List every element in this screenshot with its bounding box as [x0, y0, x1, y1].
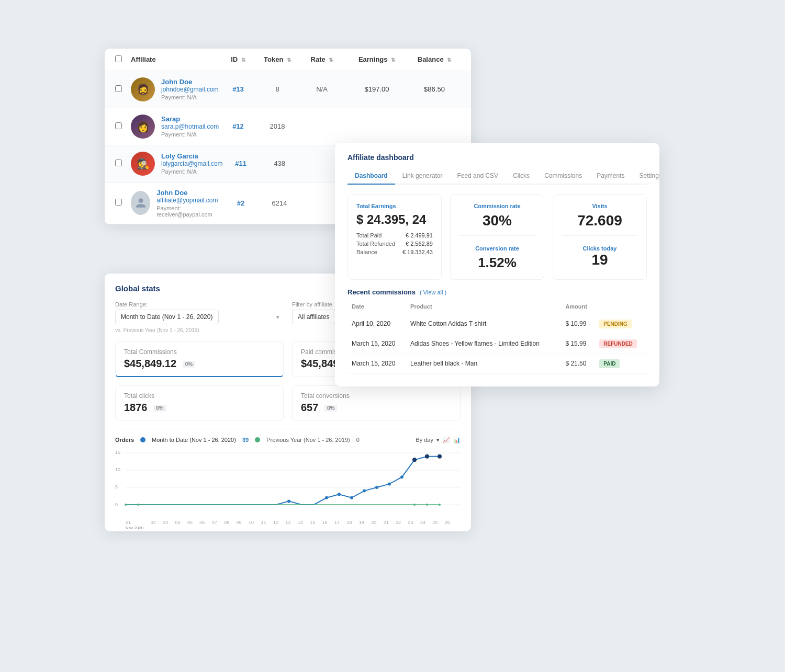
row-4-checkbox[interactable]	[115, 199, 122, 206]
chart-legend: Orders Month to Date (Nov 1 - 26, 2020) …	[115, 437, 461, 443]
count-1: 39	[242, 437, 249, 443]
x-label: 03	[163, 520, 168, 530]
x-label: 01Nov 2020	[126, 520, 143, 530]
row-1-checkbox[interactable]	[115, 85, 122, 92]
row-checkbox-2	[115, 122, 131, 131]
commission-status-2: REFUNDED	[595, 334, 647, 354]
row-3-affiliate: 🕵 Loly Garcia lolygarcia@gmail.com Payme…	[131, 152, 223, 176]
svg-point-14	[388, 482, 391, 485]
visits-title: Visits	[562, 203, 638, 209]
tab-payments[interactable]: Payments	[589, 169, 632, 185]
total-refunded-value: € 2.562,89	[406, 241, 433, 247]
svg-text:0: 0	[115, 502, 118, 507]
table-row: 👩 Sarap sara.p@hotmail.com Payment: N/A …	[105, 108, 471, 145]
svg-point-13	[375, 486, 378, 489]
th-product: Product	[406, 301, 561, 314]
th-amount: Amount	[561, 301, 595, 314]
commission-rate-card: Commission rate 30% Conversion rate 1.52…	[450, 194, 544, 280]
affiliate-email-1[interactable]: johndoe@gmail.com	[161, 86, 219, 93]
x-label: 10	[249, 520, 254, 530]
row-1-token: 8	[256, 85, 298, 93]
date-range-label: Date Range:	[115, 301, 284, 307]
svg-point-18	[438, 454, 442, 458]
affiliate-email-2[interactable]: sara.p@hotmail.com	[161, 123, 219, 130]
row-1-earnings: $197.00	[345, 85, 408, 93]
th-earnings[interactable]: Earnings ⇅	[345, 55, 408, 63]
x-label: 26	[445, 520, 450, 530]
x-label: 24	[420, 520, 425, 530]
th-id[interactable]: ID ⇅	[220, 55, 256, 63]
date-range-2-label: Previous Year (Nov 1 - 26, 2019)	[266, 437, 350, 443]
svg-point-10	[338, 493, 341, 496]
x-label: 13	[285, 520, 290, 530]
tab-commissions[interactable]: Commissions	[537, 169, 589, 185]
green-dot	[255, 437, 260, 442]
total-earnings-title: Total Earnings	[356, 203, 433, 209]
th-token[interactable]: Token ⇅	[256, 55, 298, 63]
x-label: 07	[212, 520, 217, 530]
x-label: 02	[151, 520, 156, 530]
select-all-checkbox[interactable]	[115, 55, 122, 62]
total-commissions-badge: 0%	[183, 361, 195, 368]
svg-point-16	[412, 458, 417, 462]
date-range-select[interactable]: Month to Date (Nov 1 - 26, 2020)	[115, 310, 219, 324]
th-rate[interactable]: Rate ⇅	[298, 55, 345, 63]
row-3-id: #11	[223, 160, 259, 167]
earnings-sort-icon: ⇅	[391, 57, 395, 63]
commission-row: March 15, 2020 Adidas Shoes - Yellow fla…	[347, 334, 647, 354]
token-sort-icon: ⇅	[287, 57, 291, 63]
commission-date-2: March 15, 2020	[347, 334, 406, 354]
balance-label: Balance	[356, 249, 377, 255]
x-label: 19	[359, 520, 364, 530]
dashboard-tabs: Dashboard Link generator Feed and CSV Cl…	[347, 169, 647, 185]
tab-clicks[interactable]: Clicks	[506, 169, 537, 185]
affiliate-payment-3: Payment: N/A	[161, 168, 223, 175]
affiliate-payment-2: Payment: N/A	[161, 131, 219, 138]
affiliate-email-3[interactable]: lolygarcia@gmail.com	[161, 160, 223, 167]
chart-controls: By day ▾ 📈 📊	[416, 437, 461, 443]
status-badge-refunded: REFUNDED	[599, 339, 637, 348]
affiliate-name-2[interactable]: Sarap	[161, 115, 219, 123]
visits-card: Visits 72.609 Clicks today 19	[553, 194, 647, 280]
th-affiliate[interactable]: Affiliate	[131, 55, 220, 63]
visits-value: 72.609	[562, 212, 638, 229]
x-label: 05	[187, 520, 193, 530]
kpi-balance-row: Balance € 19.332,43	[356, 249, 433, 255]
affiliate-info-2: Sarap sara.p@hotmail.com Payment: N/A	[161, 115, 219, 138]
total-clicks-label: Total clicks	[124, 392, 275, 400]
affiliate-info-1: John Doe johndoe@gmail.com Payment: N/A	[161, 78, 219, 100]
blue-dot	[140, 437, 145, 442]
x-label: 06	[199, 520, 205, 530]
tab-dashboard[interactable]: Dashboard	[347, 169, 395, 185]
affiliate-name-1[interactable]: John Doe	[161, 78, 219, 86]
bar-chart-icon[interactable]: 📊	[453, 437, 461, 443]
row-2-checkbox[interactable]	[115, 122, 122, 129]
view-all-link[interactable]: ( View all )	[420, 289, 446, 295]
total-paid-label: Total Paid	[356, 232, 382, 238]
commission-status-3: PAID	[595, 354, 647, 373]
svg-point-22	[426, 504, 428, 506]
affiliate-email-4[interactable]: affiliate@yopmail.com	[156, 197, 222, 204]
affiliate-name-3[interactable]: Loly Garcia	[161, 152, 223, 160]
tab-settings[interactable]: Settings	[632, 169, 660, 185]
total-refunded-label: Total Refunded	[356, 241, 395, 247]
th-status	[595, 301, 647, 314]
row-1-balance: $86.50	[408, 85, 461, 93]
affiliate-payment-1: Payment: N/A	[161, 94, 219, 100]
tab-link-generator[interactable]: Link generator	[395, 169, 450, 185]
tab-feed-csv[interactable]: Feed and CSV	[450, 169, 506, 185]
row-2-affiliate: 👩 Sarap sara.p@hotmail.com Payment: N/A	[131, 115, 220, 139]
affiliate-name-4[interactable]: John Doe	[156, 189, 222, 197]
line-chart-icon[interactable]: 📈	[443, 437, 450, 443]
affiliate-filter-select[interactable]: All affiliates	[292, 310, 335, 324]
commission-rate-title: Commission rate	[459, 203, 535, 209]
count-2: 0	[356, 437, 360, 443]
kpi-total-paid-row: Total Paid € 2.499,91	[356, 232, 433, 238]
th-balance[interactable]: Balance ⇅	[408, 55, 461, 63]
recent-commissions-header: Recent commissions ( View all )	[347, 288, 647, 296]
date-range-filter: Date Range: Month to Date (Nov 1 - 26, 2…	[115, 301, 284, 333]
row-3-checkbox[interactable]	[115, 160, 122, 166]
outer-wrapper: Affiliate ID ⇅ Token ⇅ Rate ⇅ Earnings ⇅…	[105, 49, 680, 624]
chevron-down-icon[interactable]: ▾	[436, 437, 440, 443]
avatar-3: 🕵	[131, 152, 155, 176]
